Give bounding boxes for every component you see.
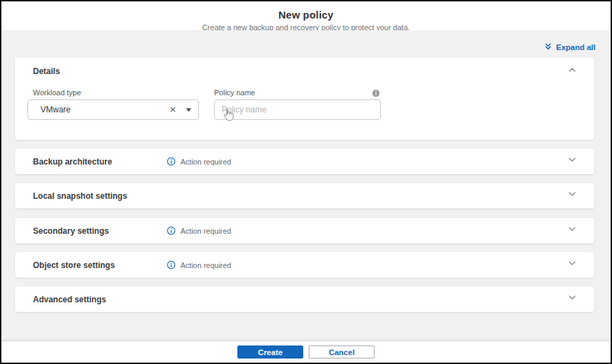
status-text: Action required <box>180 227 231 235</box>
status-text: Action required <box>180 261 231 269</box>
workload-type-label: Workload type <box>33 88 81 97</box>
section-secondary-settings[interactable]: Secondary settings Action required <box>15 218 594 243</box>
chevron-down-icon <box>567 223 578 237</box>
expand-section-button[interactable] <box>565 154 579 168</box>
section-label: Local snapshot settings <box>33 183 127 208</box>
policy-name-label: Policy name <box>214 88 255 97</box>
section-object-store-settings[interactable]: Object store settings Action required <box>15 252 594 278</box>
chevron-down-icon <box>567 189 578 202</box>
chevron-down-icon <box>567 292 578 306</box>
info-circle-icon <box>167 260 176 269</box>
section-label: Backup architecture <box>33 149 112 174</box>
section-local-snapshot-settings[interactable]: Local snapshot settings <box>15 183 594 208</box>
expand-all-label: Expand all <box>556 43 596 51</box>
page-title: New policy <box>1 9 611 21</box>
section-advanced-settings[interactable]: Advanced settings <box>15 287 594 312</box>
action-required-status: Action required <box>167 149 231 174</box>
details-title: Details <box>33 66 60 76</box>
expand-section-button[interactable] <box>565 292 579 306</box>
details-collapse-button[interactable] <box>565 64 579 78</box>
status-text: Action required <box>180 158 231 166</box>
info-circle-icon <box>167 157 176 166</box>
section-details: Details Workload type VMware ✕ Policy na… <box>15 58 594 140</box>
chevron-down-icon <box>567 154 578 168</box>
action-required-status: Action required <box>167 218 231 243</box>
info-icon[interactable] <box>372 88 380 96</box>
section-label: Secondary settings <box>33 218 109 243</box>
expand-section-button[interactable] <box>565 189 579 202</box>
double-chevron-down-icon <box>544 43 552 52</box>
new-policy-dialog: New policy Create a new backup and recov… <box>0 0 612 364</box>
workload-type-value: VMware <box>40 105 165 114</box>
action-required-status: Action required <box>167 252 231 278</box>
dialog-header: New policy Create a new backup and recov… <box>1 1 611 30</box>
section-label: Advanced settings <box>33 287 106 312</box>
dialog-footer: Create Cancel <box>1 341 611 363</box>
clear-selection-icon[interactable]: ✕ <box>165 106 180 114</box>
policy-name-input[interactable] <box>214 99 381 120</box>
expand-all-link[interactable]: Expand all <box>544 43 596 52</box>
chevron-up-icon <box>567 64 578 78</box>
section-backup-architecture[interactable]: Backup architecture Action required <box>15 149 594 174</box>
expand-section-button[interactable] <box>565 258 579 271</box>
info-circle-icon <box>167 226 176 235</box>
create-button[interactable]: Create <box>237 345 303 359</box>
cancel-button[interactable]: Cancel <box>309 345 375 359</box>
expand-section-button[interactable] <box>565 223 579 237</box>
caret-down-icon[interactable] <box>186 108 191 112</box>
section-label: Object store settings <box>33 252 115 278</box>
workload-type-select[interactable]: VMware ✕ <box>27 99 199 120</box>
chevron-down-icon <box>567 258 578 271</box>
